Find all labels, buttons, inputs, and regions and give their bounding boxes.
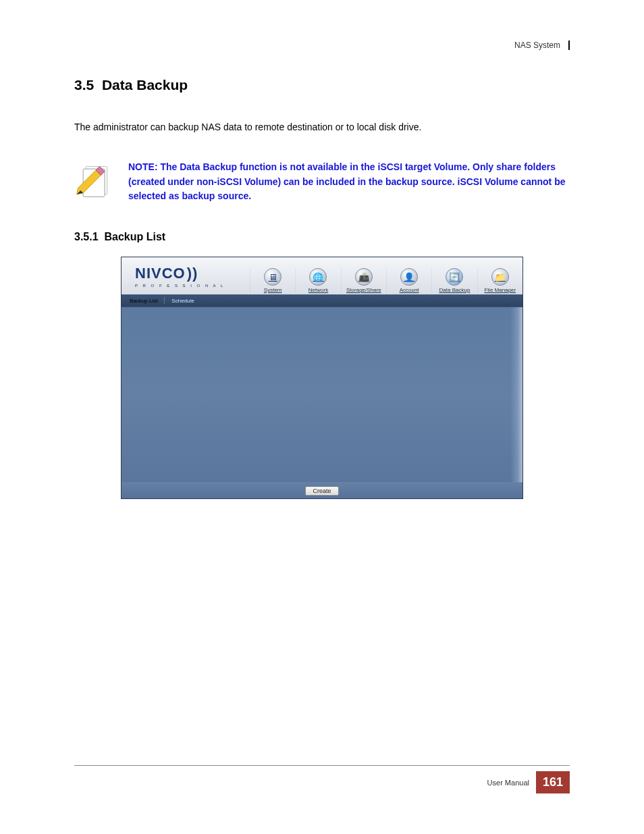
subsection-number: 3.5.1 [74,231,99,242]
note-text: NOTE: The Data Backup function is not av… [128,160,570,204]
page-number: 161 [536,771,570,793]
brand-name: NIVCO [135,265,186,282]
footer-label: User Manual [487,779,529,787]
app-screenshot: NIVCO)) P R O F E S S I O N A L 🖥 System… [121,257,523,499]
brand-tagline: P R O F E S S I O N A L [135,284,250,288]
stage-footer: Create [122,482,522,498]
section-number: 3.5 [74,77,94,93]
nav-label: Network [308,287,328,293]
sub-nav: Backup List Schedule [122,294,522,307]
backup-icon: 🔄 [446,268,463,286]
nav-label: File Manager [484,287,516,293]
content-stage [122,307,522,482]
section-heading: 3.5 Data Backup [74,77,570,93]
doc-title: NAS System [514,41,566,50]
nav-item-data-backup[interactable]: 🔄 Data Backup [431,268,477,293]
file-manager-icon: 📁 [491,268,509,286]
section-title: Data Backup [102,77,188,93]
network-icon: 🌐 [309,268,327,286]
tab-backup-list[interactable]: Backup List [127,298,160,304]
stage-highlight [510,307,522,482]
nav-label: Account [400,287,419,293]
doc-header: NAS System [74,41,570,50]
brand-paren-icon: )) [187,265,198,282]
create-button[interactable]: Create [305,486,338,496]
subsection-title: Backup List [104,231,165,242]
brand-block: NIVCO)) P R O F E S S I O N A L [122,257,250,294]
subsection-heading: 3.5.1 Backup List [74,231,570,243]
system-icon: 🖥 [264,268,281,286]
section-intro: The administrator can backup NAS data to… [74,120,570,134]
tab-separator [164,297,165,304]
account-icon: 👤 [400,268,418,286]
app-topbar: NIVCO)) P R O F E S S I O N A L 🖥 System… [122,257,522,294]
nav-label: System [264,287,282,293]
brand-logo: NIVCO)) [135,265,250,282]
top-nav: 🖥 System 🌐 Network 📠 Storage/Share 👤 Acc… [250,257,522,294]
nav-item-file-manager[interactable]: 📁 File Manager [477,268,522,293]
storage-icon: 📠 [355,268,373,286]
nav-label: Data Backup [439,287,471,293]
nav-item-system[interactable]: 🖥 System [250,268,295,293]
tab-schedule[interactable]: Schedule [169,298,196,304]
page-footer: User Manual 161 [74,765,570,793]
nav-label: Storage/Share [346,287,381,293]
footer-rule [74,765,570,766]
nav-item-storage[interactable]: 📠 Storage/Share [341,268,386,293]
nav-item-network[interactable]: 🌐 Network [295,268,340,293]
pencil-note-icon [74,160,115,201]
nav-item-account[interactable]: 👤 Account [386,268,431,293]
note-block: NOTE: The Data Backup function is not av… [74,160,570,204]
